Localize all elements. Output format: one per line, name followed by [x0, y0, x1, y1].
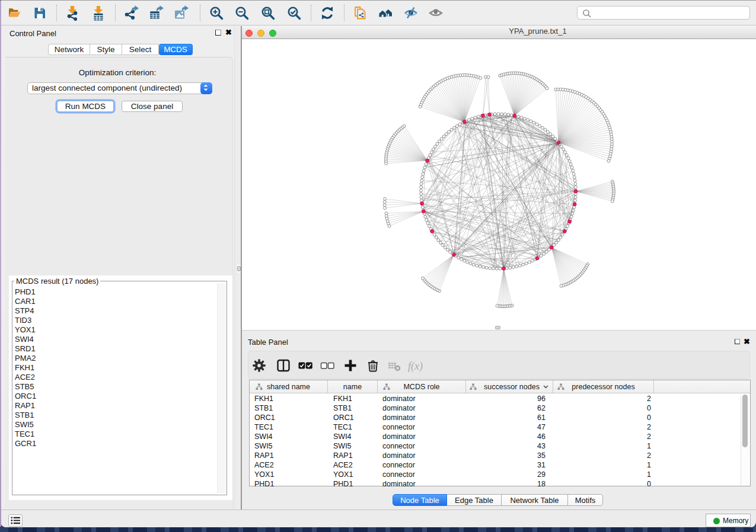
svg-text:f(x): f(x) [408, 360, 423, 373]
